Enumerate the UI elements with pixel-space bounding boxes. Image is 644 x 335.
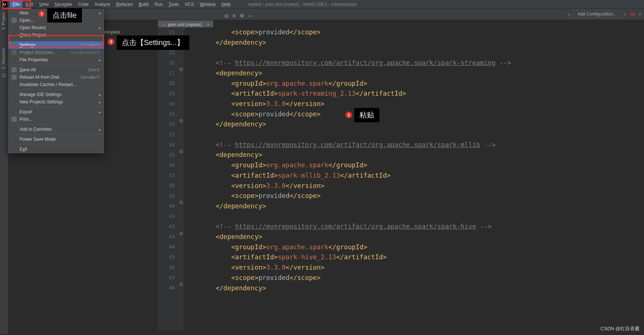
fold-handle[interactable]: − (180, 283, 183, 286)
line-number: 34 (158, 140, 175, 150)
gear-icon[interactable]: ⚙ (240, 13, 244, 18)
line-number: 48 (158, 283, 175, 293)
line-number: 40 (158, 201, 175, 212)
editor-gutter: 2324252627282930313233343536373839404142… (158, 27, 179, 330)
structure-toolwindow-tab[interactable]: Z: Structure (1, 48, 6, 69)
menu-item-exit[interactable]: Exit (8, 146, 104, 153)
file-menu-dropdown: NewOpen...Open RecentClose ProjectSettin… (8, 9, 104, 153)
target-icon[interactable]: ◎ (224, 13, 228, 18)
menu-item-reload-all-from-disk[interactable]: Reload All from DiskCtrl+Alt+Y (8, 74, 104, 81)
menu-separator (8, 40, 104, 40)
menu-item-project-structure-[interactable]: Project Structure...Ctrl+Alt+Shift+S (8, 49, 104, 56)
menu-tools[interactable]: Tools (166, 1, 182, 8)
fold-strip: − − − − − − (179, 27, 184, 330)
menu-item-open-recent[interactable]: Open Recent (8, 24, 104, 31)
add-configuration-button[interactable]: Add Configuration... (574, 10, 621, 18)
run-icon[interactable]: ▶ (624, 11, 627, 17)
collapse-icon[interactable]: — (248, 13, 253, 18)
line-number: 27 (158, 68, 175, 79)
annotation-1: 粘贴 (354, 108, 379, 122)
project-panel-toolbar: ◎ ≑ ⚙ — (224, 13, 253, 18)
project-toolwindow-tab[interactable]: 1: Project (1, 13, 6, 30)
debug-icon[interactable]: 🐞 (630, 11, 636, 17)
menu-item-file-properties[interactable]: File Properties (8, 56, 104, 64)
window-title: mytest - pom.xml (mytest) - IntelliJ IDE… (248, 2, 357, 7)
line-number: 41 (158, 211, 175, 222)
menu-item-manage-ide-settings[interactable]: Manage IDE Settings (8, 91, 104, 98)
menu-run[interactable]: Run (152, 1, 166, 8)
line-number: 33 (158, 130, 175, 140)
annotation-2: 点击file (47, 8, 82, 23)
menu-item-save-all[interactable]: Save AllCtrl+S (8, 66, 104, 74)
line-number: 28 (158, 78, 175, 89)
menu-item-invalidate-caches-restart-[interactable]: Invalidate Caches / Restart... (8, 81, 104, 88)
line-number: 35 (158, 150, 175, 160)
expand-icon[interactable]: ≑ (232, 13, 236, 18)
menu-build[interactable]: Build (136, 1, 152, 8)
line-number: 47 (158, 273, 175, 283)
folder-icon (11, 18, 17, 23)
annotation-3: 点击【Settings...】 (117, 35, 189, 50)
menu-edit[interactable]: Edit (23, 1, 36, 8)
menu-file[interactable]: File (10, 1, 23, 8)
menu-separator (8, 107, 104, 107)
line-number: 38 (158, 181, 175, 191)
line-number: 36 (158, 160, 175, 171)
line-number: 44 (158, 242, 175, 252)
annotation-bubble-2: 2 (38, 10, 45, 17)
fold-handle[interactable]: − (180, 150, 183, 153)
fold-handle[interactable]: − (180, 68, 183, 71)
menu-code[interactable]: Code (75, 1, 92, 8)
save-icon (11, 67, 17, 72)
app-logo: IJ (1, 1, 7, 7)
menu-separator (8, 124, 104, 124)
fold-handle[interactable]: − (180, 201, 183, 204)
menu-item-power-save-mode[interactable]: Power Save Mode (8, 136, 104, 143)
menu-vcs[interactable]: VCS (182, 1, 197, 8)
menu-item-add-to-favorites[interactable]: Add to Favorites (8, 126, 104, 133)
menu-separator (8, 144, 104, 144)
line-number: 42 (158, 222, 175, 232)
maven-file-icon: m (162, 22, 166, 27)
line-number: 43 (158, 232, 175, 242)
menu-view[interactable]: View (36, 1, 52, 8)
menu-item-settings-[interactable]: Settings...Ctrl+Alt+S (8, 41, 104, 49)
stop-icon[interactable]: ■ (638, 11, 641, 17)
menu-separator (8, 89, 104, 90)
watermark: CSDN @红目香薰 (600, 325, 640, 332)
menu-item-print-[interactable]: Print... (8, 116, 104, 123)
tab-label: pom.xml (mytest) (168, 22, 202, 27)
menu-item-close-project[interactable]: Close Project (8, 31, 104, 39)
menu-help[interactable]: Help (218, 1, 234, 8)
line-number: 29 (158, 89, 175, 99)
menu-item-export[interactable]: Export (8, 108, 104, 116)
close-tab-icon[interactable]: × (207, 22, 210, 27)
line-number: 37 (158, 171, 175, 181)
line-number: 39 (158, 191, 175, 201)
reload-icon (11, 75, 17, 80)
line-number: 45 (158, 252, 175, 263)
menu-item-new-projects-settings[interactable]: New Projects Settings (8, 98, 104, 106)
annotation-bubble-1: 1 (345, 112, 352, 118)
menu-window[interactable]: Window (197, 1, 218, 8)
line-number: 32 (158, 119, 175, 130)
line-number: 26 (158, 58, 175, 68)
menu-navigate[interactable]: Navigate (52, 1, 75, 8)
menu-analyze[interactable]: Analyze (92, 1, 113, 8)
line-number: 31 (158, 109, 175, 120)
build-icon[interactable]: ↘ (567, 11, 571, 17)
code-editor[interactable]: <scope>provided</scope> </dependency> <!… (185, 27, 554, 330)
fold-handle[interactable]: − (180, 119, 183, 122)
toolwindow-icon[interactable] (2, 73, 6, 78)
menu-separator (8, 134, 104, 134)
menu-refactor[interactable]: Refactor (113, 1, 136, 8)
project-icon (11, 50, 17, 55)
left-gutter-bar: 1: Project Z: Structure (0, 9, 8, 334)
print-icon (11, 117, 17, 122)
wrench-icon (11, 42, 17, 48)
line-number: 30 (158, 99, 175, 109)
line-number: 46 (158, 263, 175, 273)
fold-handle[interactable]: − (180, 232, 183, 235)
menu-bar: IJ FileEditViewNavigateCodeAnalyzeRefact… (0, 0, 644, 9)
annotation-bubble-3: 3 (108, 38, 114, 45)
